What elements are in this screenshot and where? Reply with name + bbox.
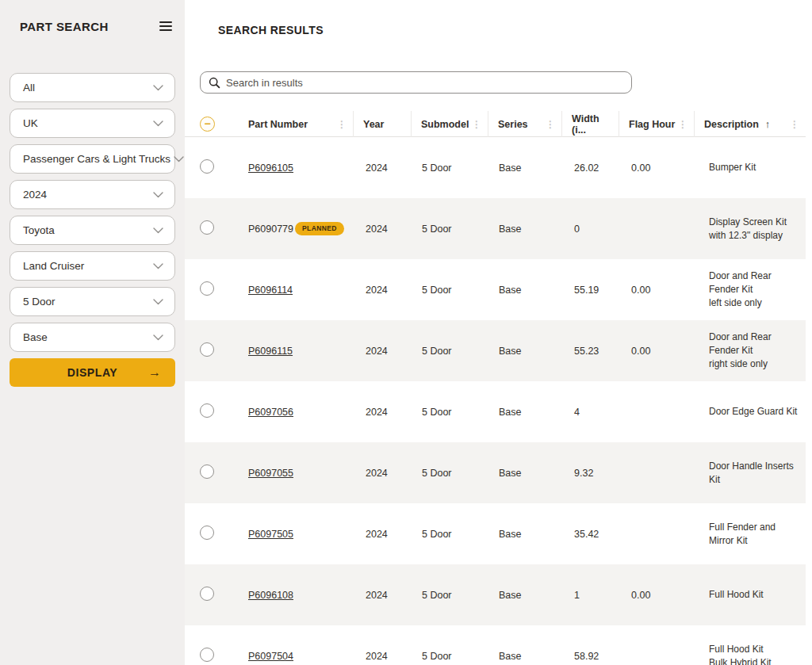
- search-input[interactable]: [226, 77, 623, 89]
- dropdown-selected-value: 5 Door: [23, 296, 56, 308]
- search-results-panel: SEARCH RESULTS − Part Number⋮YearSubmode…: [185, 0, 812, 665]
- filter-dropdown-2024[interactable]: 2024: [10, 180, 175, 209]
- row-radio-button[interactable]: [200, 403, 214, 418]
- page-title: SEARCH RESULTS: [218, 24, 812, 36]
- year-cell: 2024: [354, 162, 412, 174]
- part-number-cell: P6090779 PLANNED: [239, 222, 354, 235]
- table-row: P6097056 2024 5 Door Base 4 Door Edge Gu…: [185, 381, 806, 442]
- submodel-cell: 5 Door: [412, 346, 488, 357]
- part-number-cell: P6097056: [239, 407, 354, 418]
- column-menu-icon[interactable]: ⋮: [470, 120, 483, 129]
- row-select-cell: [185, 464, 239, 481]
- part-number-cell: P6096108: [239, 590, 354, 601]
- year-cell: 2024: [354, 407, 412, 418]
- column-header-width-i-[interactable]: Width (i...: [562, 111, 619, 137]
- year-cell: 2024: [354, 468, 412, 479]
- row-radio-button[interactable]: [200, 648, 214, 662]
- part-number-link[interactable]: P6090779: [248, 224, 293, 235]
- filter-dropdown-passenger-cars-light-trucks[interactable]: Passenger Cars & Light Trucks: [10, 144, 175, 174]
- part-number-cell: P6097505: [239, 529, 354, 540]
- select-all-header-cell: −: [185, 111, 239, 137]
- display-button-label: DISPLAY: [67, 366, 118, 379]
- column-menu-icon[interactable]: ⋮: [335, 120, 348, 129]
- filter-dropdown-5-door[interactable]: 5 Door: [10, 287, 175, 316]
- table-row: P6090779 PLANNED 2024 5 Door Base 0 Disp…: [185, 198, 806, 259]
- column-label: Flag Hour: [629, 119, 675, 130]
- description-cell: Display Screen Kit with 12.3" display: [695, 216, 806, 243]
- row-radio-button[interactable]: [200, 464, 214, 479]
- row-radio-button[interactable]: [200, 342, 214, 357]
- width-cell: 55.23: [562, 346, 619, 357]
- column-menu-icon[interactable]: ⋮: [788, 120, 801, 129]
- column-menu-icon[interactable]: ⋮: [676, 120, 689, 129]
- chevron-down-icon: [153, 299, 163, 305]
- width-cell: 9.32: [562, 468, 619, 479]
- part-number-cell: P6096115: [239, 346, 354, 357]
- part-number-cell: P6097055: [239, 468, 354, 479]
- chevron-down-icon: [153, 227, 163, 234]
- part-number-link[interactable]: P6097504: [248, 651, 293, 662]
- table-row: P6097504 2024 5 Door Base 58.92 Full Hoo…: [185, 625, 806, 665]
- submodel-cell: 5 Door: [412, 651, 488, 662]
- part-number-link[interactable]: P6096115: [248, 346, 293, 357]
- arrow-right-icon: →: [148, 365, 161, 380]
- part-number-link[interactable]: P6096108: [248, 590, 293, 601]
- series-cell: Base: [488, 407, 562, 418]
- row-select-cell: [185, 648, 239, 664]
- part-number-link[interactable]: P6096105: [248, 162, 293, 174]
- submodel-cell: 5 Door: [412, 529, 488, 540]
- part-number-link[interactable]: P6097056: [248, 407, 293, 418]
- planned-status-badge: PLANNED: [295, 222, 344, 235]
- column-header-series[interactable]: Series⋮: [488, 111, 562, 137]
- series-cell: Base: [488, 590, 562, 601]
- search-box[interactable]: [200, 71, 632, 94]
- filter-dropdown-toyota[interactable]: Toyota: [10, 216, 175, 245]
- column-header-description[interactable]: Description↑⋮: [695, 111, 806, 137]
- table-row: P6097055 2024 5 Door Base 9.32 Door Hand…: [185, 442, 806, 503]
- row-select-cell: [185, 281, 239, 298]
- chevron-down-icon: [153, 263, 163, 269]
- part-number-link[interactable]: P6096114: [248, 285, 293, 296]
- row-radio-button[interactable]: [200, 281, 214, 296]
- column-header-flag-hour[interactable]: Flag Hour⋮: [619, 111, 695, 137]
- table-row: P6096114 2024 5 Door Base 55.19 0.00 Doo…: [185, 259, 806, 320]
- part-number-link[interactable]: P6097055: [248, 468, 293, 479]
- filter-dropdown-stack: All UK Passenger Cars & Light Trucks 202…: [10, 73, 175, 352]
- filter-dropdown-uk[interactable]: UK: [10, 109, 175, 138]
- part-search-sidebar: PART SEARCH All UK Passenger Cars & Ligh…: [0, 0, 185, 665]
- column-label: Year: [363, 119, 384, 130]
- sort-ascending-icon: ↑: [765, 118, 771, 130]
- flag-hour-cell: 0.00: [619, 285, 695, 296]
- column-header-year[interactable]: Year: [354, 111, 412, 137]
- row-radio-button[interactable]: [200, 526, 214, 540]
- column-header-part-number[interactable]: Part Number⋮: [239, 111, 354, 137]
- display-button[interactable]: DISPLAY →: [10, 358, 175, 387]
- search-icon: [209, 77, 220, 89]
- row-radio-button[interactable]: [200, 587, 214, 601]
- width-cell: 4: [562, 407, 619, 418]
- row-radio-button[interactable]: [200, 159, 214, 174]
- dropdown-selected-value: 2024: [23, 189, 47, 201]
- table-row: P6096108 2024 5 Door Base 1 0.00 Full Ho…: [185, 564, 806, 625]
- circle-minus-icon[interactable]: −: [200, 117, 215, 132]
- column-menu-icon[interactable]: ⋮: [544, 120, 557, 129]
- sidebar-header: PART SEARCH: [10, 17, 175, 35]
- width-cell: 35.42: [562, 529, 619, 540]
- chevron-down-icon: [153, 192, 163, 198]
- submodel-cell: 5 Door: [412, 468, 488, 479]
- series-cell: Base: [488, 651, 562, 662]
- chevron-down-icon: [153, 334, 163, 341]
- part-number-link[interactable]: P6097505: [248, 529, 293, 540]
- series-cell: Base: [488, 346, 562, 357]
- column-header-submodel[interactable]: Submodel⋮: [412, 111, 488, 137]
- filter-dropdown-land-cruiser[interactable]: Land Cruiser: [10, 251, 175, 281]
- row-select-cell: [185, 403, 239, 420]
- flag-hour-cell: 0.00: [619, 162, 695, 174]
- filter-dropdown-all[interactable]: All: [10, 73, 175, 102]
- hamburger-menu-icon[interactable]: [159, 17, 172, 35]
- description-cell: Door and Rear Fender Kit right side only: [695, 331, 806, 370]
- row-select-cell: [185, 526, 239, 542]
- row-radio-button[interactable]: [200, 220, 214, 235]
- year-cell: 2024: [354, 224, 412, 235]
- filter-dropdown-base[interactable]: Base: [10, 323, 175, 352]
